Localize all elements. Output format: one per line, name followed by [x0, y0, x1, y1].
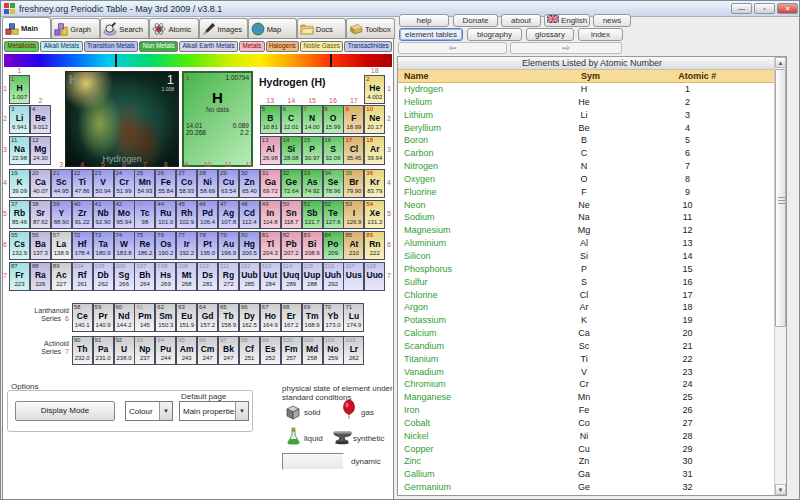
element-cell-cu[interactable]: 29Cu63.54 — [218, 169, 239, 198]
element-cell-hg[interactable]: 80Hg200.5 — [239, 231, 260, 260]
element-cell-la[interactable]: 57La138.9 — [51, 231, 72, 260]
biography-button[interactable]: biography — [467, 28, 522, 41]
nav-forward-button[interactable]: ⇨ — [510, 42, 622, 54]
element-row-silicon[interactable]: SiliconSi14 — [398, 250, 774, 263]
tab-map[interactable]: Map — [248, 18, 297, 39]
element-cell-mn[interactable]: 25Mn54.93 — [134, 169, 155, 198]
element-cell-ar[interactable]: 18Ar39.94 — [364, 136, 385, 165]
element-cell-uuh[interactable]: 116Uuh292 — [323, 262, 344, 291]
element-cell-at[interactable]: 85At210 — [343, 231, 364, 260]
element-row-scandium[interactable]: ScandiumSc21 — [398, 340, 774, 353]
tab-docs[interactable]: Docs — [297, 18, 346, 39]
scrollbar[interactable]: ▲ ▼ — [774, 57, 786, 495]
element-row-sodium[interactable]: SodiumNa11 — [398, 211, 774, 224]
element-cell-h[interactable]: 1H1.007 — [9, 75, 30, 104]
element-row-cobalt[interactable]: CobaltCo27 — [398, 417, 774, 430]
element-row-boron[interactable]: BoronB5 — [398, 134, 774, 147]
element-row-neon[interactable]: NeonNe10 — [398, 199, 774, 212]
element-cell-as[interactable]: 33As74.92 — [302, 169, 323, 198]
element-cell-uup[interactable]: 115Uup288 — [302, 262, 323, 291]
element-cell-lr[interactable]: 103Lr262 — [343, 336, 364, 365]
element-cell-ne[interactable]: 10Ne20.17 — [364, 105, 385, 134]
element-cell-th[interactable]: 90Th232.0 — [72, 336, 93, 365]
element-cell-ho[interactable]: 67Ho164.9 — [260, 303, 281, 332]
element-row-nickel[interactable]: NickelNi28 — [398, 430, 774, 443]
element-row-hydrogen[interactable]: HydrogenH1 — [398, 83, 774, 96]
element-cell-md[interactable]: 101Md258 — [302, 336, 323, 365]
element-cell-hs[interactable]: 108Hs269 — [155, 262, 176, 291]
element-cell-gd[interactable]: 64Gd157.2 — [197, 303, 218, 332]
column-header-name[interactable]: Name — [398, 70, 542, 82]
element-cell-cs[interactable]: 55Cs132.9 — [9, 231, 30, 260]
element-cell-dy[interactable]: 66Dy162.5 — [239, 303, 260, 332]
element-row-vanadium[interactable]: VanadiumV23 — [398, 366, 774, 379]
element-cell-mo[interactable]: 42Mo95.94 — [114, 200, 135, 229]
element-cell-no[interactable]: 102No259 — [323, 336, 344, 365]
element-cell-bk[interactable]: 97Bk247 — [218, 336, 239, 365]
element-row-gallium[interactable]: GalliumGa31 — [398, 468, 774, 481]
element-cell-rg[interactable]: 111Rg272 — [218, 262, 239, 291]
legend-transition-metals[interactable]: Transition Metals — [84, 41, 139, 52]
element-cell-xe[interactable]: 54Xe131.2 — [364, 200, 385, 229]
element-cell-li[interactable]: 3Li6.941 — [9, 105, 30, 134]
element-cell-rb[interactable]: 37Rb85.46 — [9, 200, 30, 229]
element-cell-rf[interactable]: 104Rf261 — [72, 262, 93, 291]
restore-button[interactable]: ▫ — [754, 3, 775, 14]
element-cell-am[interactable]: 95Am243 — [176, 336, 197, 365]
element-cell-mg[interactable]: 12Mg24.30 — [30, 136, 51, 165]
element-tables-button[interactable]: element tables — [399, 28, 463, 41]
element-row-zinc[interactable]: ZincZn30 — [398, 455, 774, 468]
element-row-argon[interactable]: ArgonAr18 — [398, 301, 774, 314]
element-row-nitrogen[interactable]: NitrogenN7 — [398, 160, 774, 173]
tab-images[interactable]: Images — [199, 18, 248, 39]
element-cell-fe[interactable]: 26Fe55.84 — [155, 169, 176, 198]
element-cell-sc[interactable]: 21Sc44.95 — [51, 169, 72, 198]
legend-alkali-metals[interactable]: Alkali Metals — [40, 41, 82, 52]
news-button[interactable]: news — [593, 14, 631, 27]
about-button[interactable]: about — [501, 14, 541, 27]
element-row-carbon[interactable]: CarbonC6 — [398, 147, 774, 160]
element-cell-re[interactable]: 75Re186.2 — [134, 231, 155, 260]
scroll-down-icon[interactable]: ▼ — [775, 484, 786, 495]
tab-search[interactable]: Search — [100, 18, 149, 39]
minimize-button[interactable]: — — [731, 3, 752, 14]
element-cell-cl[interactable]: 17Cl35.45 — [343, 136, 364, 165]
element-cell-uuq[interactable]: 114Uuq289 — [281, 262, 302, 291]
element-cell-n[interactable]: 7N14.00 — [302, 105, 323, 134]
element-cell-cm[interactable]: 96Cm247 — [197, 336, 218, 365]
element-cell-sr[interactable]: 38Sr87.62 — [30, 200, 51, 229]
element-cell-si[interactable]: 14Si28.08 — [281, 136, 302, 165]
legend-non-metals[interactable]: Non Metals — [139, 41, 178, 52]
scroll-up-icon[interactable]: ▲ — [775, 57, 786, 68]
legend-alkali-earth-metals[interactable]: Alkali Earth Metals — [179, 41, 238, 52]
element-row-sulfur[interactable]: SulfurS16 — [398, 276, 774, 289]
display-mode-button[interactable]: Display Mode — [15, 401, 115, 421]
element-cell-uuo[interactable]: 118Uuo — [364, 262, 385, 291]
element-cell-ca[interactable]: 20Ca40.07 — [30, 169, 51, 198]
legend-metals[interactable]: Metals — [239, 41, 264, 52]
nav-back-button[interactable]: ⇦ — [398, 42, 507, 54]
element-cell-cd[interactable]: 48Cd112.4 — [239, 200, 260, 229]
element-cell-ti[interactable]: 22Ti47.86 — [72, 169, 93, 198]
element-cell-se[interactable]: 34Se78.96 — [323, 169, 344, 198]
legend-noble-gases[interactable]: Noble Gases — [300, 41, 343, 52]
element-cell-mt[interactable]: 109Mt268 — [176, 262, 197, 291]
element-cell-p[interactable]: 15P30.97 — [302, 136, 323, 165]
element-row-oxygen[interactable]: OxygenO8 — [398, 173, 774, 186]
element-row-chlorine[interactable]: ChlorineCl17 — [398, 289, 774, 302]
tab-atomic[interactable]: Atomic — [149, 18, 198, 39]
element-cell-pt[interactable]: 78Pt195.0 — [197, 231, 218, 260]
element-cell-tc[interactable]: 43Tc98 — [134, 200, 155, 229]
element-row-iron[interactable]: IronFe26 — [398, 404, 774, 417]
element-cell-w[interactable]: 74W183.8 — [114, 231, 135, 260]
glossary-button[interactable]: glossary — [526, 28, 574, 41]
element-cell-os[interactable]: 76Os190.2 — [155, 231, 176, 260]
element-cell-ta[interactable]: 73Ta180.9 — [93, 231, 114, 260]
element-row-manganese[interactable]: ManganeseMn25 — [398, 391, 774, 404]
element-cell-b[interactable]: 5B10.81 — [260, 105, 281, 134]
element-cell-o[interactable]: 8O15.99 — [323, 105, 344, 134]
element-cell-eu[interactable]: 63Eu151.9 — [176, 303, 197, 332]
donate-button[interactable]: Donate — [453, 14, 498, 27]
element-cell-pd[interactable]: 46Pd106.4 — [197, 200, 218, 229]
element-cell-k[interactable]: 19K39.09 — [9, 169, 30, 198]
